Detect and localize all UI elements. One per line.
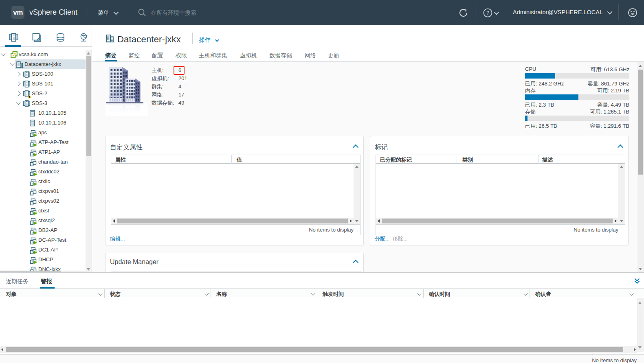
svg-text:?: ? xyxy=(486,10,489,16)
